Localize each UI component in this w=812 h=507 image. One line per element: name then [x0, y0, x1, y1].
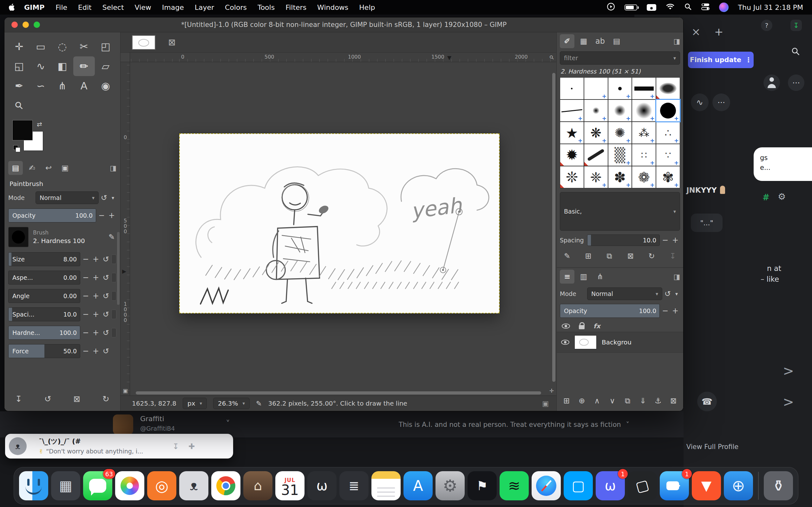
layer-opacity-minus-button[interactable]: −	[660, 306, 670, 316]
spin-handle[interactable]	[111, 273, 116, 282]
add-tab-icon[interactable]: +	[714, 25, 723, 38]
spin-handle[interactable]	[111, 291, 116, 301]
now-playing-icon[interactable]	[607, 3, 615, 12]
siri-avatar-icon[interactable]	[719, 3, 728, 12]
angle-slider[interactable]: Angle0.00	[8, 289, 80, 303]
layers-icon[interactable]: ≡	[560, 270, 574, 284]
zoom-select[interactable]: 26.3%▾	[213, 398, 250, 409]
brush-swatch-soft-l[interactable]: +	[632, 100, 656, 121]
layer-thumbnail[interactable]	[574, 335, 597, 349]
device-status-icon[interactable]: ✍	[25, 161, 39, 175]
spaci-slider[interactable]: Spaci...10.0	[8, 307, 80, 321]
undo-history-icon[interactable]: ↩	[41, 161, 56, 175]
brush-swatch-dot-s[interactable]: +	[608, 78, 632, 99]
dock-blender[interactable]: ◎	[147, 471, 176, 500]
ink-tool[interactable]: ✒	[8, 76, 30, 96]
panel-menu-icon[interactable]: ◨	[110, 164, 116, 172]
chevron-right-icon[interactable]: >	[783, 363, 794, 379]
quick-mask-toggle[interactable]: ▣	[121, 387, 130, 395]
brush-swatch-star[interactable]: ★+	[560, 122, 583, 144]
reset-icon[interactable]: ↺	[101, 273, 111, 282]
brush-swatch-spray2[interactable]: ∴+	[656, 122, 680, 144]
brush-swatch-dot-xs[interactable]	[560, 78, 583, 99]
layer-mode-switch-icon[interactable]: ↺	[663, 289, 672, 298]
size-slider[interactable]: Size8.00	[8, 252, 80, 266]
navigation-icon[interactable]: ✛	[548, 387, 556, 395]
menu-help[interactable]: Help	[354, 3, 380, 11]
dock-notes-dark[interactable]: ≣	[339, 471, 368, 500]
opacity-slider[interactable]: Opacity 100.0	[8, 209, 96, 222]
unified-transform-tool[interactable]: ◱	[8, 56, 30, 76]
patterns-icon[interactable]: ▦	[576, 34, 591, 48]
merge-layer-icon[interactable]: ⇓	[636, 394, 650, 408]
chevron-down-icon[interactable]: ˅	[226, 419, 230, 429]
dock-discord-dark[interactable]: ω	[307, 471, 337, 500]
brush-swatch-splat[interactable]: ❋+	[584, 122, 608, 144]
menu-filters[interactable]: Filters	[280, 3, 312, 11]
wifi-icon[interactable]	[666, 3, 675, 12]
foreground-color-swatch[interactable]	[13, 120, 32, 140]
layer-mode-menu-icon[interactable]: ▾	[673, 289, 680, 298]
force-slider[interactable]: Force50.0	[8, 344, 80, 358]
spin-handle[interactable]	[111, 255, 116, 264]
reset-icon[interactable]: ↺	[101, 328, 111, 337]
plus-button[interactable]: +	[91, 346, 101, 356]
eraser-tool[interactable]: ▱	[95, 56, 116, 76]
brush-preview[interactable]	[8, 227, 29, 247]
restore-preset-icon[interactable]: ↺	[41, 392, 55, 406]
profile-icon[interactable]	[763, 74, 780, 91]
gradients-icon[interactable]: ▤	[609, 34, 624, 48]
crop-tool[interactable]: ◰	[95, 37, 116, 56]
keyboard-card-icon[interactable]	[647, 4, 656, 11]
status-image-icon[interactable]: ▣	[542, 400, 549, 407]
dock-notes[interactable]	[371, 471, 401, 500]
new-layer-icon[interactable]: ⊞	[560, 394, 573, 408]
menu-file[interactable]: File	[50, 3, 72, 11]
minus-button[interactable]: −	[81, 346, 90, 356]
fonts-icon[interactable]: ab	[593, 34, 607, 48]
spacing-minus-button[interactable]: −	[660, 235, 670, 245]
search-icon[interactable]	[791, 47, 800, 57]
dock-photos[interactable]	[115, 471, 144, 500]
hashtag-icon[interactable]: #	[763, 193, 769, 202]
dock-trash[interactable]: ⚱	[764, 471, 793, 500]
paths-tool[interactable]: ⋔	[51, 76, 73, 96]
image-tab-thumbnail[interactable]	[132, 35, 155, 50]
chat-name[interactable]: Graffiti	[140, 415, 164, 423]
menu-tools[interactable]: Tools	[252, 3, 280, 11]
finish-update-button[interactable]: Finish update ⋮	[688, 52, 754, 68]
minus-button[interactable]: −	[81, 255, 90, 264]
save-preset-icon[interactable]: ↧	[11, 392, 26, 406]
brush-swatch-organic5[interactable]: ✾+	[656, 166, 680, 188]
brush-swatch-line[interactable]: +	[560, 100, 583, 121]
paths-icon[interactable]: ⋔	[593, 270, 607, 284]
dock-roblox-studio[interactable]: ▢	[564, 471, 593, 500]
close-window-button[interactable]	[11, 21, 18, 28]
brush-swatch-organic4[interactable]: ❁+	[632, 166, 656, 188]
images-icon[interactable]: ▣	[58, 161, 72, 175]
spacing-plus-button[interactable]: +	[670, 235, 680, 245]
notification-card[interactable]: ᴥ ¯\_(ツ)_/¯ (# ✌ “Don't worry about anyt…	[5, 434, 233, 458]
dock-calendar[interactable]: JUL31	[275, 471, 305, 500]
minus-button[interactable]: −	[81, 291, 90, 301]
brush-group-select[interactable]: Basic,▾	[560, 192, 680, 231]
panel-menu-icon[interactable]: ◨	[673, 38, 680, 45]
reset-tool-icon[interactable]: ↻	[99, 392, 113, 406]
brush-swatch-splat3[interactable]: ✹	[560, 144, 583, 166]
spin-handle[interactable]	[111, 309, 116, 319]
layer-visibility-icon[interactable]	[561, 340, 569, 345]
download-icon[interactable]: ↧	[791, 20, 802, 31]
raise-layer-icon[interactable]: ∧	[590, 394, 604, 408]
chat-avatar[interactable]	[113, 414, 133, 435]
spotlight-search-icon[interactable]	[684, 3, 692, 12]
brush-swatch-spray[interactable]: ⁂+	[632, 122, 656, 144]
layer-row-background[interactable]: Backgrou	[557, 332, 683, 353]
dock-cat-app[interactable]: ᴥ	[179, 471, 208, 500]
dock-roblox[interactable]: ▢	[628, 471, 657, 500]
brush-swatch-stroke[interactable]	[584, 144, 608, 166]
lower-layer-icon[interactable]: ∨	[606, 394, 619, 408]
edit-brush-icon[interactable]: ✎	[560, 249, 574, 263]
toolbox-scrollbar[interactable]	[117, 232, 119, 305]
eye-icon[interactable]	[562, 324, 570, 329]
menu-image[interactable]: Image	[157, 3, 189, 11]
